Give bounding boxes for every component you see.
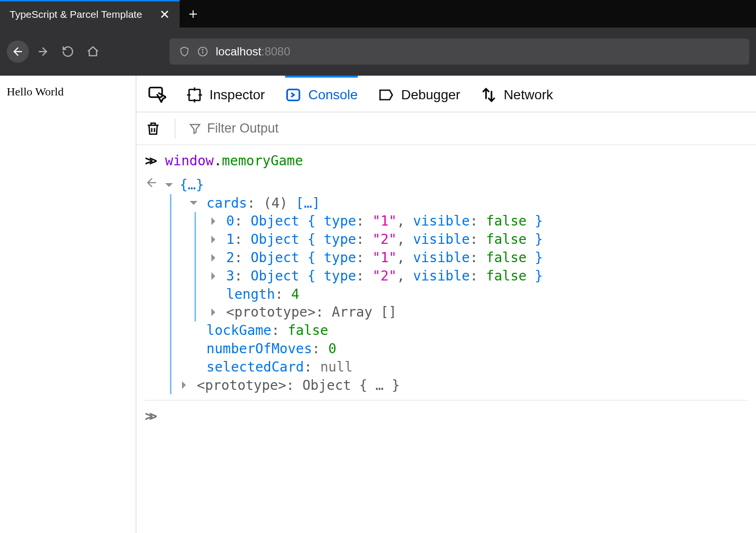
tab-bar: TypeScript & Parcel Template ✕ ＋ bbox=[0, 0, 756, 27]
console-input-row: >> window.memoryGame bbox=[145, 152, 747, 170]
object-summary[interactable]: {…} bbox=[180, 176, 204, 194]
back-button[interactable] bbox=[7, 40, 29, 63]
element-picker-icon[interactable] bbox=[147, 84, 166, 104]
new-tab-button[interactable]: ＋ bbox=[180, 0, 206, 27]
twisty-closed-icon[interactable] bbox=[209, 253, 218, 263]
svg-point-2 bbox=[202, 49, 203, 50]
twisty-closed-icon[interactable] bbox=[209, 271, 218, 281]
devtools-panel: Inspector Console Debugger Network bbox=[136, 76, 756, 533]
twisty-closed-icon[interactable] bbox=[209, 235, 218, 244]
shield-icon bbox=[179, 46, 190, 57]
twisty-closed-icon[interactable] bbox=[209, 216, 218, 226]
prompt-icon: >> bbox=[145, 152, 154, 170]
tree-row-length: length: 4 bbox=[196, 285, 747, 304]
tree-row-proto-object[interactable]: <prototype>: Object { … } bbox=[171, 376, 747, 395]
browser-tab[interactable]: TypeScript & Parcel Template ✕ bbox=[0, 0, 180, 27]
page-body: Hello World bbox=[0, 76, 136, 533]
funnel-icon bbox=[189, 122, 201, 135]
output-arrow-icon bbox=[145, 176, 158, 194]
url-bar[interactable]: localhost:8080 bbox=[169, 39, 749, 65]
info-icon[interactable] bbox=[197, 46, 208, 57]
object-tree: cards: (4) […] 0: Object { type: "1", vi… bbox=[170, 194, 747, 395]
cards-array-block: 0: Object { type: "1", visible: false } … bbox=[195, 212, 747, 321]
twisty-closed-icon[interactable] bbox=[179, 380, 189, 390]
separator bbox=[175, 119, 175, 139]
tree-row-item-1[interactable]: 1: Object { type: "2", visible: false } bbox=[196, 230, 747, 249]
tab-title: TypeScript & Parcel Template bbox=[10, 9, 155, 20]
page-heading: Hello World bbox=[7, 85, 129, 98]
tree-row-numberofmoves: numberOfMoves: 0 bbox=[171, 340, 747, 358]
tree-row-item-0[interactable]: 0: Object { type: "1", visible: false } bbox=[196, 212, 747, 230]
console-expression: window.memoryGame bbox=[165, 152, 303, 170]
prompt-icon: >> bbox=[145, 407, 154, 426]
console-toolbar: Filter Output bbox=[136, 112, 756, 145]
filter-input[interactable]: Filter Output bbox=[189, 121, 279, 136]
tree-row-cards[interactable]: cards: (4) […] bbox=[171, 194, 747, 213]
tree-row-lockgame: lockGame: false bbox=[171, 321, 747, 340]
twisty-open-icon[interactable] bbox=[164, 180, 174, 190]
tree-row-item-3[interactable]: 3: Object { type: "2", visible: false } bbox=[196, 267, 747, 285]
nav-bar: localhost:8080 bbox=[0, 27, 756, 76]
tab-network[interactable]: Network bbox=[481, 76, 553, 112]
devtools-tab-bar: Inspector Console Debugger Network bbox=[136, 76, 756, 112]
tree-row-selectedcard: selectedCard: null bbox=[171, 358, 747, 376]
tab-console[interactable]: Console bbox=[285, 76, 358, 112]
twisty-closed-icon[interactable] bbox=[209, 307, 218, 317]
trash-icon[interactable] bbox=[145, 120, 161, 137]
tab-debugger[interactable]: Debugger bbox=[378, 76, 460, 112]
forward-button[interactable] bbox=[32, 40, 54, 63]
home-button[interactable] bbox=[82, 40, 104, 63]
console-output: >> window.memoryGame {…} cards: (4) […] bbox=[136, 145, 756, 533]
svg-rect-4 bbox=[189, 89, 200, 100]
twisty-open-icon[interactable] bbox=[189, 198, 198, 208]
tab-inspector[interactable]: Inspector bbox=[186, 76, 265, 112]
svg-rect-3 bbox=[149, 87, 162, 97]
url-text: localhost:8080 bbox=[216, 45, 290, 58]
close-icon[interactable]: ✕ bbox=[159, 7, 170, 22]
tree-row-proto-array[interactable]: <prototype>: Array [] bbox=[196, 303, 747, 321]
console-input[interactable]: >> bbox=[145, 400, 747, 426]
reload-button[interactable] bbox=[57, 40, 79, 63]
tree-row-item-2[interactable]: 2: Object { type: "1", visible: false } bbox=[196, 249, 747, 267]
